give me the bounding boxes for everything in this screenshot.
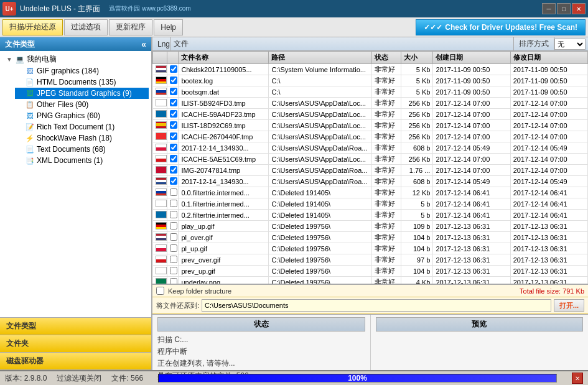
path-col-header[interactable]: 路径 [269,52,372,64]
checkbox-cell[interactable] [167,98,179,109]
tree-my-computer[interactable]: ▼ 💻 我的电脑 [5,53,149,65]
checkbox-cell[interactable] [167,243,179,254]
file-size-cell: 5 Kb [401,86,433,98]
file-path-cell: C:\Deleted 199756\ [269,232,372,243]
checkbox-cell[interactable] [167,86,179,98]
keep-folder-checkbox[interactable] [156,287,164,295]
maximize-button[interactable]: □ [557,3,571,14]
open-folder-button[interactable]: 打开... [554,299,584,312]
table-row: ILIST-5B924FD3.tmp C:\Users\ASUS\AppData… [153,98,588,109]
sort-label: 排序方式 [514,37,554,50]
checkmarks-icon: ✓✓✓ [424,23,442,32]
checkbox-cell[interactable] [167,75,179,86]
checkbox-cell[interactable] [167,198,179,210]
sort-select[interactable]: 无 [554,39,586,50]
file-checkbox[interactable] [170,121,177,129]
file-checkbox[interactable] [170,267,177,274]
file-checkbox[interactable] [170,99,177,106]
checkbox-cell[interactable] [167,221,179,232]
file-size-cell: 5 Kb [401,75,433,86]
file-checkbox[interactable] [170,166,177,174]
file-created-cell: 2017-12-14 05:49 [433,176,510,187]
file-checkbox[interactable] [170,88,177,95]
checkbox-cell[interactable] [167,210,179,221]
file-type-section-btn[interactable]: 文件类型 [0,318,151,335]
flag-cell [153,187,167,198]
tree-item-rtf[interactable]: 📝 Rich Text Document (1) [15,121,149,132]
txt-icon: 📃 [25,144,35,154]
file-modified-cell: 2017-12-13 06:31 [510,254,587,266]
checkbox-cell[interactable] [167,187,179,198]
file-checkbox[interactable] [170,65,177,73]
name-col-header[interactable]: 文件名称 [179,52,269,64]
tree-item-txt[interactable]: 📃 Text Documents (68) [15,144,149,155]
status-section: 状态 扫描 C:...程序中断正在创建列表, 请等待...具有可还原内容的文件:… [152,315,371,370]
tree-item-flash[interactable]: ⚡ ShockWave Flash (18) [15,132,149,144]
table-row: prev_up.gif C:\Deleted 199756\ 非常好 104 b… [153,266,588,277]
table-row: 0.0.filtertrie.intermed... C:\Deleted 19… [153,187,588,198]
png-icon: 🖼 [25,111,35,121]
update-button[interactable]: 更新程序 [109,19,152,35]
modified-col-header[interactable]: 修改日期 [510,52,587,64]
checkbox-cell[interactable] [167,142,179,154]
checkbox-cell[interactable] [167,109,179,120]
tree-item-other[interactable]: 📋 Other Files (90) [15,99,149,110]
table-row: ICACHE-59A4DF23.tmp C:\Users\ASUS\AppDat… [153,109,588,120]
checkbox-cell[interactable] [167,120,179,131]
driver-update-button[interactable]: ✓✓✓Check for Driver Updates! Free Scan! [416,19,586,35]
file-modified-cell: 2017-12-14 05:49 [510,176,587,187]
file-checkbox[interactable] [170,211,177,218]
toolbar: 扫描/开始还原 过滤选项 更新程序 Help ✓✓✓Check for Driv… [0,17,588,37]
file-created-cell: 2017-12-13 06:31 [433,277,510,284]
file-checkbox[interactable] [170,77,177,84]
tree-item-html[interactable]: 📄 HTML Documents (135) [15,77,149,88]
stop-button[interactable]: ✕ [572,373,583,384]
checkbox-cell[interactable] [167,131,179,142]
checkbox-cell[interactable] [167,176,179,187]
checkbox-cell[interactable] [167,254,179,266]
file-checkbox[interactable] [170,188,177,196]
checkbox-cell[interactable] [167,277,179,284]
scan-restore-button[interactable]: 扫描/开始还原 [2,19,63,35]
tree-item-jpeg[interactable]: 🖼 JPEG Standard Graphics (9) [15,88,149,99]
size-col-header[interactable]: 大小 [401,52,433,64]
restore-path-input[interactable] [202,299,551,312]
status-line: 正在创建列表, 请等待... [157,358,365,369]
file-checkbox[interactable] [170,155,177,162]
file-checkbox[interactable] [170,222,177,230]
tree-item-png[interactable]: 🖼 PNG Graphics (60) [15,110,149,121]
minimize-button[interactable]: ─ [542,3,556,14]
tree-item-xml[interactable]: 📑 XML Documents (1) [15,155,149,166]
checkbox-cell[interactable] [167,165,179,176]
file-checkbox[interactable] [170,200,177,207]
file-created-cell: 2017-11-09 00:50 [433,75,510,86]
table-row: 2017-12-14_134930... C:\Users\ASUS\AppDa… [153,142,588,154]
file-status-cell: 非常好 [372,165,401,176]
checkbox-cell[interactable] [167,232,179,243]
file-checkbox[interactable] [170,110,177,118]
status-col-header[interactable]: 状态 [372,52,401,64]
filter-button[interactable]: 过滤选项 [64,19,108,35]
close-button[interactable]: ✕ [572,3,586,14]
file-path-cell: C:\Deleted 199756\ [269,243,372,254]
file-checkbox[interactable] [170,177,177,185]
file-checkbox[interactable] [170,132,177,140]
file-status-cell: 非常好 [372,243,401,254]
disk-section-btn[interactable]: 磁盘驱动器 [0,353,151,370]
file-checkbox[interactable] [170,256,177,263]
checkbox-cell[interactable] [167,266,179,277]
file-status-cell: 非常好 [372,142,401,154]
file-count-label: 文件: 566 [111,373,143,384]
checkbox-cell[interactable] [167,154,179,165]
file-checkbox[interactable] [170,233,177,241]
filter-label: 过滤选项关闭 [57,373,101,384]
checkbox-cell[interactable] [167,64,179,75]
collapse-button[interactable]: « [141,39,146,49]
file-checkbox[interactable] [170,278,177,284]
file-checkbox[interactable] [170,144,177,151]
created-col-header[interactable]: 创建日期 [433,52,510,64]
folder-section-btn[interactable]: 文件夹 [0,335,151,353]
help-button[interactable]: Help [154,19,183,35]
file-checkbox[interactable] [170,244,177,252]
tree-item-gif[interactable]: 🖼 GIF graphics (184) [15,65,149,77]
